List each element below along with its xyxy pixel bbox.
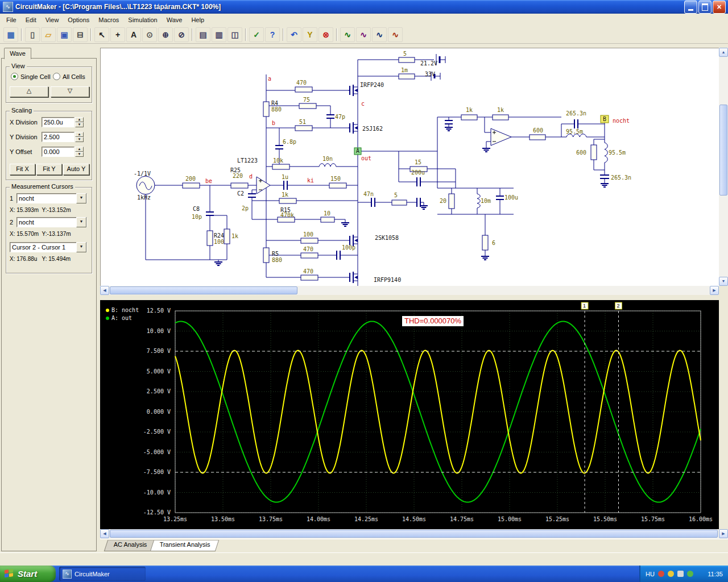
probe-tool-icon[interactable]: ⊙ <box>142 27 157 42</box>
menu-file[interactable]: File <box>2 15 21 25</box>
waveform-plot[interactable]: 12 B: nochtA: out THD=0.000070% 12.50 V1… <box>100 300 719 529</box>
tray-alert-icon[interactable] <box>658 571 664 577</box>
zoom-tool-icon[interactable]: ⊘ <box>174 27 189 42</box>
scroll-up-icon[interactable]: ▲ <box>719 48 728 57</box>
schematic-label: 5 <box>394 192 398 198</box>
toolbar-separator <box>245 28 246 41</box>
wave-up-button[interactable]: △ <box>10 86 48 97</box>
toolbar-separator <box>336 28 337 41</box>
menu-help[interactable]: Help <box>187 15 209 25</box>
tab-ac-analysis[interactable]: AC Analysis <box>104 540 156 551</box>
help-icon[interactable]: ? <box>265 27 280 42</box>
rules-check-icon[interactable]: ✓ <box>249 27 264 42</box>
menu-macros[interactable]: Macros <box>94 15 123 25</box>
tray-status-icon[interactable] <box>687 571 693 577</box>
menu-simulation[interactable]: Simulation <box>123 15 162 25</box>
hscroll-thumb[interactable] <box>110 286 297 294</box>
chevron-down-icon[interactable]: ▼ <box>76 217 86 227</box>
cursor-diff-select[interactable]: Cursor 2 - Cursor 1 ▼ <box>10 242 87 252</box>
y-division-spinner[interactable]: ▲▼ <box>75 132 84 142</box>
tab-wave[interactable]: Wave <box>4 48 31 59</box>
radio-single-cell[interactable]: Single Cell <box>11 73 51 80</box>
data-display-icon[interactable]: ∿ <box>388 27 403 42</box>
start-button[interactable]: Start <box>0 566 56 582</box>
print-icon[interactable]: ⊟ <box>73 27 88 42</box>
tab-transient-analysis[interactable]: Transient Analysis <box>150 540 218 551</box>
volume-icon[interactable] <box>677 571 684 577</box>
schematic-label: 47p <box>335 114 345 120</box>
plot-canvas[interactable]: 12 <box>100 300 719 529</box>
zoom-in-icon[interactable]: ⊕ <box>158 27 173 42</box>
fit-y-button[interactable]: Fit Y <box>36 164 62 175</box>
cursor1-index: 1 <box>10 195 13 202</box>
schematic-view[interactable]: 470755147p6.8p10k10n200R252201u1501kR154… <box>100 48 719 286</box>
schematic-label: 1k <box>497 107 504 113</box>
pane-splitter[interactable] <box>100 295 728 300</box>
schematic-canvas[interactable]: 470755147p6.8p10k10n200R252201u1501kR154… <box>101 48 719 286</box>
wave-down-button[interactable]: ▽ <box>51 86 89 97</box>
schematic-vscrollbar[interactable]: ▲ ▼ <box>719 48 728 286</box>
cursor-diff-value: Cursor 2 - Cursor 1 <box>10 244 76 251</box>
toolbar-separator <box>21 28 22 41</box>
fit-x-button[interactable]: Fit X <box>10 164 35 175</box>
multimeter-window-icon[interactable]: ∿ <box>372 27 387 42</box>
scroll-right-icon[interactable]: ▶ <box>719 529 728 538</box>
scroll-down-icon[interactable]: ▼ <box>719 277 728 286</box>
schematic-label: 100 <box>303 231 313 238</box>
zoom-page-icon[interactable]: ▤ <box>196 27 210 42</box>
taskbar-task-circuitmaker[interactable]: ∿ CircuitMaker <box>59 567 146 581</box>
vscroll-thumb[interactable] <box>719 105 727 196</box>
schematic-label: 2p <box>242 205 249 211</box>
restore-button[interactable] <box>698 1 712 14</box>
chevron-down-icon[interactable]: ▼ <box>76 242 86 252</box>
plot-hscroll-thumb[interactable] <box>110 530 718 538</box>
add-part-icon[interactable]: + <box>110 27 125 42</box>
menu-view[interactable]: View <box>41 15 64 25</box>
text-tool-icon[interactable]: A <box>126 27 141 42</box>
schematic-hscrollbar[interactable]: ◀ ▶ <box>100 286 719 295</box>
x-axis-label: 14.00ms <box>300 516 337 522</box>
language-indicator[interactable]: HU <box>646 571 655 577</box>
save-icon[interactable]: ▣ <box>57 27 72 42</box>
menu-edit[interactable]: Edit <box>21 15 41 25</box>
pages-icon[interactable]: ▥ <box>212 27 226 42</box>
chevron-down-icon[interactable]: ▼ <box>76 193 86 203</box>
cursor1-select[interactable]: nocht ▼ <box>16 193 87 203</box>
clock: 11:35 <box>708 571 723 577</box>
menu-options[interactable]: Options <box>63 15 94 25</box>
y-offset-spinner[interactable]: ▲▼ <box>75 147 84 157</box>
plot-hscrollbar[interactable]: ◀ ▶ <box>100 529 728 539</box>
open-folder-icon[interactable]: ▱ <box>41 27 56 42</box>
menu-wave[interactable]: Wave <box>162 15 187 25</box>
y-offset-input[interactable] <box>42 147 75 157</box>
minimize-button[interactable] <box>684 1 697 14</box>
bode-window-icon[interactable]: ∿ <box>356 27 371 42</box>
title-bar[interactable]: ∿ CircuitMaker - [C:\Program Files\...\L… <box>0 0 728 14</box>
y-division-input[interactable] <box>42 132 75 142</box>
x-axis-label: 14.50ms <box>396 516 432 522</box>
circuitmaker-window: ∿ CircuitMaker - [C:\Program Files\...\L… <box>0 0 728 582</box>
schematic-label: 1k <box>282 192 288 198</box>
cursor2-index: 2 <box>10 219 13 226</box>
tray-update-icon[interactable] <box>668 571 674 577</box>
x-division-spinner[interactable]: ▲▼ <box>75 117 84 127</box>
scroll-left-icon[interactable]: ◀ <box>100 286 109 295</box>
radio-all-cells[interactable]: All Cells <box>53 73 85 80</box>
new-file-icon[interactable]: ▯ <box>25 27 40 42</box>
close-button[interactable]: × <box>713 1 726 14</box>
undo-icon[interactable]: ↶ <box>287 27 301 42</box>
scroll-left-icon[interactable]: ◀ <box>100 529 109 538</box>
split-view-icon[interactable]: ◫ <box>228 27 242 42</box>
cursor2-select[interactable]: nocht ▼ <box>16 217 87 227</box>
scroll-right-icon[interactable]: ▶ <box>710 286 719 295</box>
wattmeter-icon[interactable]: Y <box>303 27 317 42</box>
pcb-grid-icon[interactable]: ▦ <box>3 27 18 42</box>
schematic-label: 10m <box>481 198 491 204</box>
stop-simulation-icon[interactable]: ⊗ <box>318 27 333 42</box>
toolbar-separator <box>90 28 92 41</box>
select-arrow-icon[interactable]: ↖ <box>94 27 109 42</box>
x-division-input[interactable] <box>42 117 75 127</box>
scope-window-icon[interactable]: ∿ <box>340 27 355 42</box>
auto-y-button[interactable]: Auto Y <box>63 164 89 175</box>
app-icon: ∿ <box>63 569 72 579</box>
